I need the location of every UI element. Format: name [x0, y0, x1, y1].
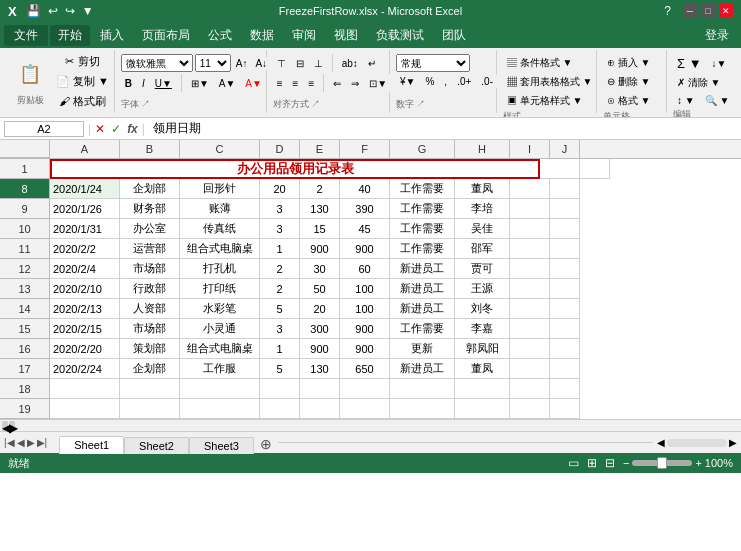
fill-color-btn[interactable]: A▼ — [215, 76, 240, 91]
cell-16d[interactable]: 1 — [260, 339, 300, 359]
cell-16j[interactable] — [550, 339, 580, 359]
cell-13h[interactable]: 王源 — [455, 279, 510, 299]
number-format-select[interactable]: 常规 — [396, 54, 470, 72]
cell-17e[interactable]: 130 — [300, 359, 340, 379]
cell-9j[interactable] — [550, 199, 580, 219]
menu-review[interactable]: 审阅 — [284, 25, 324, 46]
cell-9g[interactable]: 工作需要 — [390, 199, 455, 219]
cell-16b[interactable]: 策划部 — [120, 339, 180, 359]
undo-quick-btn[interactable]: ↩ — [46, 3, 60, 19]
cell-11c[interactable]: 组合式电脑桌 — [180, 239, 260, 259]
align-top-btn[interactable]: ⊤ — [273, 54, 290, 72]
menu-load-test[interactable]: 负载测试 — [368, 25, 432, 46]
col-header-g[interactable]: G — [390, 140, 455, 158]
cell-18a[interactable] — [50, 379, 120, 399]
h-scroll-track[interactable] — [667, 439, 727, 447]
cell-13a[interactable]: 2020/2/10 — [50, 279, 120, 299]
last-sheet-btn[interactable]: ▶| — [37, 437, 48, 448]
cell-12a[interactable]: 2020/2/4 — [50, 259, 120, 279]
cell-11j[interactable] — [550, 239, 580, 259]
cell-10j[interactable] — [550, 219, 580, 239]
cell-16a[interactable]: 2020/2/20 — [50, 339, 120, 359]
quick-access-toolbar[interactable]: X 💾 ↩ ↪ ▼ — [8, 3, 96, 19]
zoom-in-btn[interactable]: + — [695, 457, 701, 469]
cell-12c[interactable]: 打孔机 — [180, 259, 260, 279]
cell-17a[interactable]: 2020/2/24 — [50, 359, 120, 379]
row-header-2[interactable]: 8 — [0, 179, 50, 199]
cell-18f[interactable] — [340, 379, 390, 399]
cell-18j[interactable] — [550, 379, 580, 399]
col-header-f[interactable]: F — [340, 140, 390, 158]
next-sheet-btn[interactable]: ▶ — [27, 437, 35, 448]
cell-19j[interactable] — [550, 399, 580, 419]
cell-15g[interactable]: 工作需要 — [390, 319, 455, 339]
cell-17b[interactable]: 企划部 — [120, 359, 180, 379]
align-middle-btn[interactable]: ⊟ — [292, 54, 308, 72]
paste-btn[interactable]: 📋 — [14, 56, 46, 92]
cell-12e[interactable]: 30 — [300, 259, 340, 279]
col-header-d[interactable]: D — [260, 140, 300, 158]
cell-10d[interactable]: 3 — [260, 219, 300, 239]
cell-15i[interactable] — [510, 319, 550, 339]
col-header-e[interactable]: E — [300, 140, 340, 158]
cell-15d[interactable]: 3 — [260, 319, 300, 339]
login-btn[interactable]: 登录 — [697, 25, 737, 46]
cell-14d[interactable]: 5 — [260, 299, 300, 319]
prev-sheet-btn[interactable]: ◀ — [17, 437, 25, 448]
cell-15f[interactable]: 900 — [340, 319, 390, 339]
font-name-select[interactable]: 微软雅黑 — [121, 54, 193, 72]
border-btn[interactable]: ⊞▼ — [187, 76, 213, 91]
cell-16f[interactable]: 900 — [340, 339, 390, 359]
col-header-h[interactable]: H — [455, 140, 510, 158]
cell-13d[interactable]: 2 — [260, 279, 300, 299]
cell-1j[interactable] — [580, 159, 610, 179]
title-cell[interactable]: 办公用品领用记录表 — [50, 159, 540, 179]
row-header-10[interactable]: 16 — [0, 339, 50, 359]
cell-8i[interactable] — [510, 179, 550, 199]
cell-13j[interactable] — [550, 279, 580, 299]
cell-12f[interactable]: 60 — [340, 259, 390, 279]
row-header-3[interactable]: 9 — [0, 199, 50, 219]
cell-12d[interactable]: 2 — [260, 259, 300, 279]
cell-19i[interactable] — [510, 399, 550, 419]
cell-11f[interactable]: 900 — [340, 239, 390, 259]
cell-10h[interactable]: 吴佳 — [455, 219, 510, 239]
cell-8d[interactable]: 20 — [260, 179, 300, 199]
cell-10i[interactable] — [510, 219, 550, 239]
cell-9h[interactable]: 李培 — [455, 199, 510, 219]
cell-15j[interactable] — [550, 319, 580, 339]
cell-9b[interactable]: 财务部 — [120, 199, 180, 219]
cell-18i[interactable] — [510, 379, 550, 399]
cell-17c[interactable]: 工作服 — [180, 359, 260, 379]
table-format-btn[interactable]: ▦ 套用表格格式 ▼ — [503, 73, 596, 91]
sheet-tab-1[interactable]: Sheet1 — [59, 436, 124, 454]
align-left-btn[interactable]: ≡ — [273, 74, 287, 92]
underline-btn[interactable]: U▼ — [151, 76, 176, 91]
cancel-formula-icon[interactable]: ✕ — [95, 122, 105, 136]
add-sheet-btn[interactable]: ⊕ — [254, 434, 278, 454]
cell-12b[interactable]: 市场部 — [120, 259, 180, 279]
cell-10b[interactable]: 办公室 — [120, 219, 180, 239]
cell-11d[interactable]: 1 — [260, 239, 300, 259]
find-select-btn[interactable]: 🔍 ▼ — [701, 93, 734, 108]
row-header-4[interactable]: 10 — [0, 219, 50, 239]
cell-14a[interactable]: 2020/2/13 — [50, 299, 120, 319]
cell-10g[interactable]: 工作需要 — [390, 219, 455, 239]
sheet-tab-3[interactable]: Sheet3 — [189, 437, 254, 454]
menu-file[interactable]: 文件 — [4, 25, 48, 46]
align-bottom-btn[interactable]: ⊥ — [310, 54, 327, 72]
h-scroll-left[interactable]: ◀ — [2, 421, 8, 431]
cell-19a[interactable] — [50, 399, 120, 419]
maximize-btn[interactable]: □ — [701, 4, 715, 18]
comma-btn[interactable]: , — [440, 74, 451, 89]
row-header-11[interactable]: 17 — [0, 359, 50, 379]
cell-8a[interactable]: 2020/1/24 — [50, 179, 120, 199]
cell-19d[interactable] — [260, 399, 300, 419]
decrease-decimal-btn[interactable]: .0- — [477, 74, 497, 89]
row-header-7[interactable]: 13 — [0, 279, 50, 299]
bold-btn[interactable]: B — [121, 76, 136, 91]
cell-17h[interactable]: 董凤 — [455, 359, 510, 379]
cell-9f[interactable]: 390 — [340, 199, 390, 219]
row-header-1[interactable]: 1 — [0, 159, 50, 179]
cell-19g[interactable] — [390, 399, 455, 419]
